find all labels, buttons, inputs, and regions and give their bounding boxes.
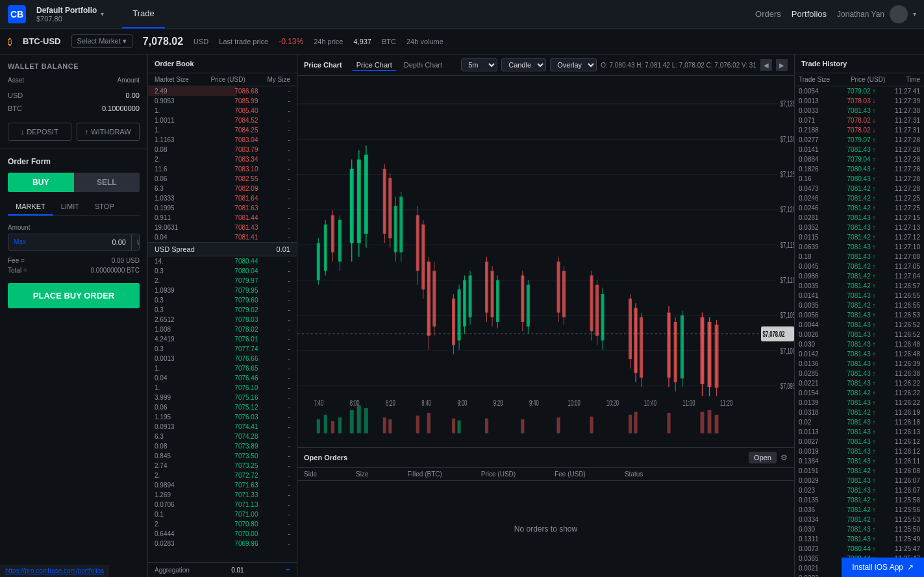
ob-sell-row[interactable]: 0.047081.41- xyxy=(148,232,297,242)
open-orders-settings-icon[interactable]: ⚙ xyxy=(780,453,788,462)
market-price-currency: USD xyxy=(194,38,208,45)
ob-buy-row[interactable]: 2.7070.80- xyxy=(148,519,297,529)
place-order-button[interactable]: PLACE BUY ORDER xyxy=(8,283,140,308)
overlay-select[interactable]: Overlay xyxy=(550,58,597,71)
order-type-limit[interactable]: LIMIT xyxy=(53,199,87,215)
ob-sell-row[interactable]: 1.00117084.52- xyxy=(148,116,297,125)
open-orders-columns: Side Size Filled (BTC) Price (USD) Fee (… xyxy=(297,468,794,481)
asset-header: Asset Amount xyxy=(8,77,140,84)
chart-prev-button[interactable]: ◀ xyxy=(760,59,772,71)
ob-buy-row[interactable]: 1.7076.10- xyxy=(148,383,297,393)
th-col-size: Trade Size xyxy=(799,76,830,83)
ob-buy-row[interactable]: 0.09137074.41- xyxy=(148,422,297,432)
th-row: 0.21887078.02 ↓11:27:31 xyxy=(795,125,924,135)
ob-buy-row[interactable]: 0.17071.00- xyxy=(148,509,297,519)
chart-next-button[interactable]: ▶ xyxy=(776,59,788,71)
ob-buy-row[interactable]: 0.37080.04- xyxy=(148,266,297,276)
buy-button[interactable]: BUY xyxy=(8,173,74,192)
chart-tab-depth[interactable]: Depth Chart xyxy=(404,61,442,69)
ob-sell-row[interactable]: 2.7083.34- xyxy=(148,154,297,164)
portfolio-selector[interactable]: Default Portfolio $707.80 ▾ xyxy=(36,6,104,23)
nav-orders-link[interactable]: Orders xyxy=(755,9,781,19)
aggregation-plus-button[interactable]: + xyxy=(286,565,290,574)
ob-buy-row[interactable]: 4.24197076.01- xyxy=(148,334,297,344)
select-market-button[interactable]: Select Market ▾ xyxy=(71,34,132,48)
ob-sell-row[interactable]: 1.03337081.64- xyxy=(148,193,297,203)
ob-buy-row[interactable]: 0.64447070.00- xyxy=(148,529,297,539)
sell-button[interactable]: SELL xyxy=(74,173,140,192)
svg-rect-119 xyxy=(416,415,419,433)
open-orders-button[interactable]: Open xyxy=(749,452,777,463)
chart-area[interactable]: $7,135 $7,130 $7,125 $7,120 $7,115 $7,11… xyxy=(297,76,794,447)
th-row: 0.18267080.43 ↑11:27:28 xyxy=(795,164,924,174)
ob-buy-row[interactable]: 2.7079.97- xyxy=(148,276,297,286)
ob-buy-row[interactable]: 1.2697071.33- xyxy=(148,490,297,500)
ob-buy-row[interactable]: 3.9997075.16- xyxy=(148,393,297,402)
th-row: 0.02467081.42 ↑11:27:25 xyxy=(795,193,924,203)
ob-buy-row[interactable]: 6.37074.28- xyxy=(148,432,297,441)
ob-sell-row[interactable]: 0.067082.55- xyxy=(148,174,297,184)
ob-buy-row[interactable]: 0.37079.60- xyxy=(148,295,297,305)
top-nav: CB Default Portfolio $707.80 ▾ Trade Ord… xyxy=(0,0,924,29)
chart-tab-price[interactable]: Price Chart xyxy=(353,60,396,71)
max-link[interactable]: Max xyxy=(8,234,31,250)
ob-buy-row[interactable]: 0.37077.74- xyxy=(148,344,297,354)
aggregation-label: Aggregation xyxy=(155,567,190,574)
ob-sell-row[interactable]: 2.497086.68- xyxy=(148,86,297,96)
ob-sell-row[interactable]: 11.67083.10- xyxy=(148,164,297,174)
order-form-title: Order Form xyxy=(8,157,140,166)
ob-sell-row[interactable]: 1.7085.40- xyxy=(148,106,297,116)
ob-sell-row[interactable]: 0.087083.79- xyxy=(148,145,297,154)
avatar[interactable] xyxy=(890,5,908,23)
ob-sell-row[interactable]: 0.90537085.99- xyxy=(148,96,297,106)
chart-header: Price Chart Price Chart Depth Chart 5m1m… xyxy=(297,55,794,76)
th-row: 0.01547081.42 ↑11:26:22 xyxy=(795,388,924,398)
wallet-section: Wallet Balance Asset Amount USD 0.00 BTC… xyxy=(0,55,147,149)
ob-buy-row[interactable]: 0.067075.12- xyxy=(148,402,297,412)
svg-text:11:20: 11:20 xyxy=(720,397,732,407)
ob-buy-row[interactable]: 0.37079.02- xyxy=(148,305,297,315)
ob-buy-row[interactable]: 1.09397079.95- xyxy=(148,286,297,295)
ob-buy-row[interactable]: 2.7072.72- xyxy=(148,471,297,480)
ob-buy-row[interactable]: 1.7076.65- xyxy=(148,363,297,373)
order-type-market[interactable]: MARKET xyxy=(8,199,53,215)
timeframe-select[interactable]: 5m1m15m1h xyxy=(461,58,497,71)
order-type-stop[interactable]: STOP xyxy=(87,199,122,215)
ob-sell-row[interactable]: 0.9117081.44- xyxy=(148,213,297,223)
coinbase-link[interactable]: https://pro.coinbase.com/portfolios xyxy=(0,565,109,577)
ob-buy-row[interactable]: 2.747073.25- xyxy=(148,461,297,471)
th-row: 0.01137081.43 ↑11:26:13 xyxy=(795,427,924,437)
amount-input[interactable] xyxy=(31,234,131,250)
withdraw-button[interactable]: ↑ WITHDRAW xyxy=(77,123,140,141)
ob-buy-row[interactable]: 2.65127078.03- xyxy=(148,315,297,325)
ob-buy-row[interactable]: 0.07067071.13- xyxy=(148,500,297,509)
ob-sell-row[interactable]: 1.7084.25- xyxy=(148,125,297,135)
th-row: 0.00357081.42 ↑11:26:55 xyxy=(795,301,924,310)
svg-rect-125 xyxy=(557,417,560,433)
deposit-button[interactable]: ↓ DEPOSIT xyxy=(8,123,71,141)
ob-buy-row[interactable]: 0.98947071.63- xyxy=(148,480,297,490)
ob-buy-row[interactable]: 1.1957076.03- xyxy=(148,412,297,422)
svg-text:10:00: 10:00 xyxy=(568,397,581,407)
ob-sell-row[interactable]: 6.37082.09- xyxy=(148,184,297,193)
ob-sell-row[interactable]: 1.11637083.04- xyxy=(148,135,297,145)
ob-sell-row[interactable]: 19.06317081.43- xyxy=(148,223,297,232)
logo-icon: CB xyxy=(8,5,26,23)
ob-col-price: Price (USD) xyxy=(210,76,245,83)
portfolio-caret-icon: ▾ xyxy=(101,10,104,18)
ob-buy-row[interactable]: 0.02837069.96- xyxy=(148,539,297,548)
market-bar: ₿ BTC-USD Select Market ▾ 7,078.02 USD L… xyxy=(0,29,924,55)
ob-buy-row[interactable]: 0.8457073.50- xyxy=(148,451,297,461)
chart-type-select[interactable]: CandleLine xyxy=(501,58,546,71)
nav-portfolios-link[interactable]: Portfolios xyxy=(792,9,827,19)
ob-sell-row[interactable]: 0.19957081.63- xyxy=(148,203,297,213)
nav-tab-trade[interactable]: Trade xyxy=(122,0,164,29)
ob-buy-row[interactable]: 1.0087078.02- xyxy=(148,325,297,334)
ob-buy-row[interactable]: 14.7080.44- xyxy=(148,256,297,266)
order-book-panel: Order Book Market Size Price (USD) My Si… xyxy=(148,55,297,577)
ob-buy-row[interactable]: 0.087073.89- xyxy=(148,441,297,451)
th-row: 0.02467081.42 ↑11:27:25 xyxy=(795,203,924,213)
ob-buy-row[interactable]: 0.047076.46- xyxy=(148,373,297,383)
ob-buy-row[interactable]: 0.00137076.66- xyxy=(148,354,297,363)
install-ios-banner[interactable]: Install iOS App ↗ xyxy=(842,558,924,577)
